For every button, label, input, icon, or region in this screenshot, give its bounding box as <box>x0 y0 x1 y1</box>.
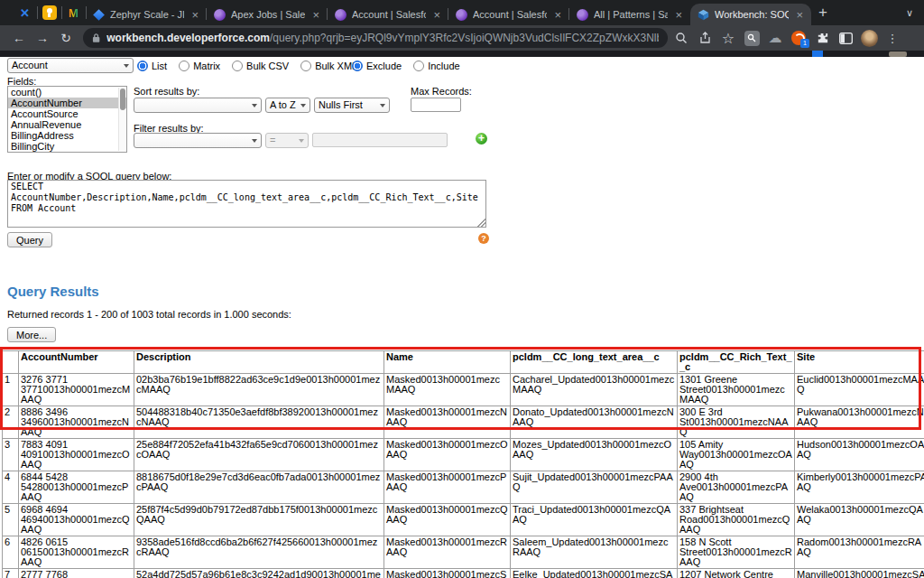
forward-icon[interactable]: → <box>32 31 52 45</box>
radio-list[interactable] <box>137 61 148 71</box>
workbench-page: Account List Matrix Bulk CSV Bulk XML Ex… <box>0 51 924 578</box>
sort-nulls-select[interactable]: Nulls First <box>314 98 390 113</box>
browser-tab[interactable]: Apex Jobs | Salesfo× <box>207 4 328 25</box>
menu-kebab-icon[interactable]: ⋮ <box>882 28 902 48</box>
textarea-resize-grip[interactable] <box>477 219 485 227</box>
listbox-scrollbar[interactable] <box>118 88 125 151</box>
field-option[interactable]: BillingAddress <box>8 130 126 141</box>
results-summary: Returned records 1 - 200 of 1003 total r… <box>7 309 291 320</box>
back-icon[interactable]: ← <box>9 31 29 45</box>
browser-tab[interactable]: All | Patterns | Sales× <box>569 4 690 25</box>
site-cell: Welaka0013h00001mezcQAAQ <box>795 504 924 536</box>
field-option[interactable]: BillingCity <box>8 141 126 152</box>
browser-tab[interactable]: Account | Salesforc× <box>448 4 569 25</box>
radio-bulk-csv[interactable] <box>232 61 243 71</box>
browser-tab[interactable]: Account | Salesforc× <box>328 4 448 25</box>
soql-query-textarea[interactable]: SELECT AccountNumber,Description,Name,pc… <box>7 180 486 228</box>
fields-listbox[interactable]: count()AccountNumberAccountSourceAnnualR… <box>7 86 127 153</box>
field-option[interactable]: AnnualRevenue <box>8 119 126 130</box>
window-controls-area <box>0 0 13 25</box>
radio-exclude[interactable] <box>352 61 363 71</box>
bookmark-star-icon[interactable]: ☆ <box>718 28 738 48</box>
radio-include-label: Include <box>428 61 459 71</box>
field-option[interactable]: AccountSource <box>8 108 126 119</box>
side-panel-icon[interactable] <box>836 28 855 48</box>
row-number-cell: 2 <box>3 406 19 439</box>
name-cell: Masked0013h00001mezcOAAQ <box>384 439 511 471</box>
lightbulb-icon[interactable] <box>37 3 61 23</box>
close-tab-icon[interactable]: × <box>189 8 200 22</box>
url-text: workbench.developerforce.com/query.php?q… <box>106 32 659 44</box>
cloud-extension-icon[interactable]: ☁ <box>765 28 785 48</box>
description-cell: 02b3ba76b19e1bff8822ad63ce9c1d9e0013h000… <box>134 374 384 406</box>
zoom-search-icon[interactable] <box>671 28 691 48</box>
table-row: 46844 5428 54280013h00001mezcPAAQ8818675… <box>3 471 924 504</box>
tab-title: Account | Salesforc <box>473 9 547 20</box>
jira-favicon-icon <box>92 8 105 21</box>
browser-tab[interactable]: Workbench: SOQL× <box>690 4 811 25</box>
close-tab-icon[interactable]: × <box>794 8 805 22</box>
close-tab-icon[interactable]: × <box>673 8 684 22</box>
account_number-cell: 7883 4091 40910013h00001mezcOAAQ <box>19 439 134 471</box>
site-cell: Pukwana0013h00001mezcNAAQ <box>795 406 924 439</box>
column-header: pcldm__CC_long_text_area__c <box>511 351 678 374</box>
browser-tab[interactable]: Zephyr Scale - JIRA× <box>86 4 207 25</box>
description-cell: 504488318b40c71350e3aefdf8bf38920013h000… <box>134 406 384 439</box>
notification-extension-icon[interactable]: 1 <box>789 28 808 48</box>
browser-toolbar: ← → ↻ workbench.developerforce.com/query… <box>0 25 924 51</box>
help-icon[interactable]: ? <box>478 233 489 244</box>
description-cell: 52a4dd725d57a96b61e8c3c9242ad1d90013h000… <box>134 569 384 578</box>
query-button[interactable]: Query <box>7 232 52 247</box>
tab-list: Zephyr Scale - JIRA×Apex Jobs | Salesfo×… <box>86 0 811 25</box>
account_number-cell: 3276 3771 37710013h00001mezcMAAQ <box>19 374 134 406</box>
account_number-cell: 2777 7768 77680013h00001mezcSAAQ <box>19 569 134 578</box>
max-records-input[interactable] <box>411 98 461 112</box>
long_text-cell: Saleem_Updated0013h00001mezcRAAQ <box>511 536 678 569</box>
close-tab-icon[interactable]: × <box>552 8 563 22</box>
tab-title: Account | Salesforc <box>352 9 426 20</box>
sort-field-select[interactable] <box>134 98 262 113</box>
radio-matrix[interactable] <box>179 61 189 71</box>
field-option[interactable]: count() <box>8 87 126 98</box>
header-notch <box>812 51 823 57</box>
extension-search-icon[interactable] <box>742 28 762 48</box>
long_text-cell: Donato_Updated0013h00001mezcNAAQ <box>511 406 678 439</box>
tab-title: Workbench: SOQL <box>715 9 789 20</box>
name-cell: Masked0013h00001mezcPAAQ <box>384 471 511 504</box>
reload-icon[interactable]: ↻ <box>56 31 76 45</box>
table-row: 13276 3771 37710013h00001mezcMAAQ02b3ba7… <box>3 374 924 406</box>
tab-search-chevron-icon[interactable]: ∨ <box>906 7 913 19</box>
new-tab-button[interactable]: + <box>811 1 835 24</box>
tab-title: Zephyr Scale - JIRA <box>110 9 184 20</box>
radio-exclude-label: Exclude <box>366 61 402 71</box>
share-icon[interactable] <box>695 28 715 48</box>
radio-include[interactable] <box>413 61 424 71</box>
filter-field-select[interactable] <box>134 133 262 148</box>
row-number-cell: 5 <box>3 504 19 536</box>
object-select[interactable]: Account <box>7 58 134 73</box>
close-tab-icon[interactable]: × <box>310 8 321 22</box>
confluence-icon[interactable]: ✕ <box>13 3 37 23</box>
results-table: AccountNumberDescriptionNamepcldm__CC_lo… <box>2 350 924 578</box>
rich_text-cell: 158 N Scott Street0013h00001mezcRAAQ <box>678 536 795 569</box>
table-row: 72777 7768 77680013h00001mezcSAAQ52a4dd7… <box>3 569 924 578</box>
add-filter-button[interactable]: + <box>476 133 487 144</box>
salesforce-favicon-icon <box>334 8 346 21</box>
gmail-icon[interactable]: M <box>61 3 86 23</box>
column-header: AccountNumber <box>19 351 134 374</box>
radio-bulk-csv-label: Bulk CSV <box>246 61 289 71</box>
extensions-puzzle-icon[interactable] <box>812 28 832 48</box>
salesforce-favicon-icon <box>213 8 226 21</box>
max-records-label: Max Records: <box>411 86 472 97</box>
more-button[interactable]: More... <box>7 327 56 342</box>
address-bar[interactable]: workbench.developerforce.com/query.php?q… <box>83 28 668 48</box>
tab-title: All | Patterns | Sales <box>594 9 668 20</box>
sort-direction-select[interactable]: A to Z <box>265 98 310 113</box>
radio-bulk-xml[interactable] <box>300 61 311 71</box>
row-number-cell: 4 <box>3 471 19 504</box>
close-tab-icon[interactable]: × <box>431 8 442 22</box>
radio-list-label: List <box>152 61 167 71</box>
workbench-header-strip <box>0 51 924 57</box>
field-option[interactable]: AccountNumber <box>8 98 126 108</box>
profile-avatar[interactable] <box>859 28 879 48</box>
